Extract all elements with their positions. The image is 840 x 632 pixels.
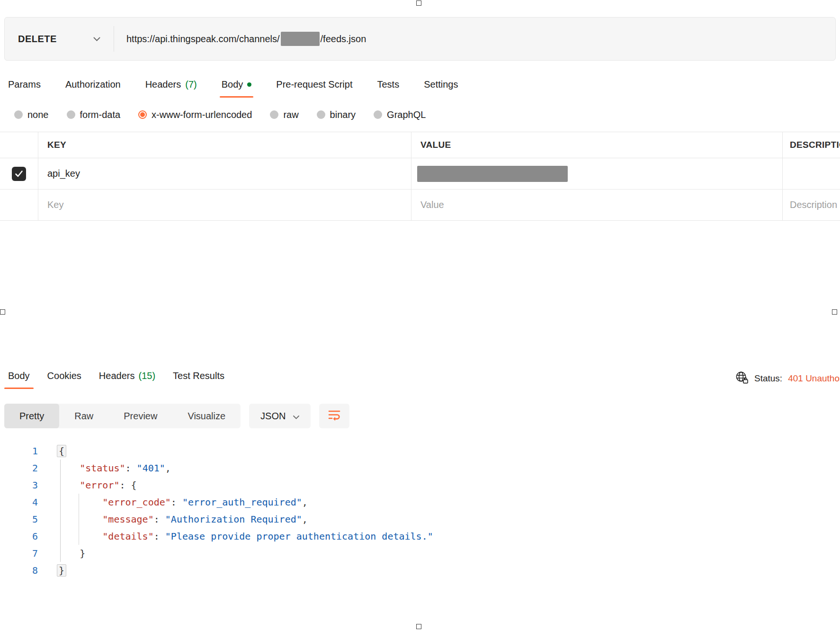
key-text: api_key xyxy=(47,168,80,179)
tab-label: Params xyxy=(8,79,41,90)
response-view-group: Pretty Raw Preview Visualize xyxy=(4,404,241,428)
description-cell[interactable] xyxy=(783,190,840,220)
value-input[interactable] xyxy=(420,199,782,210)
url-suffix: /feeds.json xyxy=(321,34,366,45)
crop-handle-bottom xyxy=(416,624,421,629)
key-input[interactable] xyxy=(47,199,411,210)
code-line: 3 "error": { xyxy=(0,477,840,494)
tab-settings[interactable]: Settings xyxy=(424,77,458,98)
header-checkbox-cell xyxy=(0,132,38,158)
table-header-row: KEY VALUE DESCRIPTION xyxy=(0,132,840,158)
key-cell[interactable] xyxy=(38,190,411,220)
line-number: 4 xyxy=(0,494,38,511)
response-tab-headers[interactable]: Headers (15) xyxy=(99,370,155,389)
code-line: 4 "error_code": "error_auth_required", xyxy=(0,494,840,511)
method-dropdown[interactable]: DELETE xyxy=(5,18,114,60)
tab-label: Pre-request Script xyxy=(276,79,352,90)
description-input[interactable] xyxy=(790,199,840,210)
key-cell[interactable]: api_key xyxy=(38,158,411,189)
mode-label: x-www-form-urlencoded xyxy=(152,109,252,120)
radio-icon xyxy=(67,110,75,119)
tab-headers[interactable]: Headers (7) xyxy=(145,77,197,98)
tab-body[interactable]: Body xyxy=(222,77,252,98)
tab-label: Test Results xyxy=(173,370,224,381)
crop-handle-right xyxy=(832,309,837,315)
mode-label: none xyxy=(27,109,49,120)
fold-guide-line xyxy=(60,460,61,562)
tab-label: Settings xyxy=(424,79,458,90)
response-tab-body[interactable]: Body xyxy=(8,370,30,389)
line-number: 2 xyxy=(0,460,38,477)
row-checkbox-cell xyxy=(0,190,38,220)
line-number: 3 xyxy=(0,477,38,494)
mode-none[interactable]: none xyxy=(14,109,49,120)
format-dropdown[interactable]: JSON xyxy=(249,404,311,428)
mode-form-data[interactable]: form-data xyxy=(67,109,121,120)
wrap-lines-button[interactable] xyxy=(319,404,349,428)
radio-selected-icon xyxy=(138,110,147,119)
response-headers-count-badge: (15) xyxy=(138,370,155,381)
urlencoded-params-table: KEY VALUE DESCRIPTION api_key xyxy=(0,132,840,221)
crop-handle-top xyxy=(416,0,421,6)
code-line: 8} xyxy=(0,562,840,579)
mode-label: GraphQL xyxy=(387,109,426,120)
tab-authorization[interactable]: Authorization xyxy=(65,77,121,98)
redacted-api-key-value xyxy=(417,166,568,182)
chevron-down-icon xyxy=(93,35,100,43)
mode-raw[interactable]: raw xyxy=(270,109,298,120)
radio-icon xyxy=(270,110,278,119)
body-content-dot-icon xyxy=(247,82,251,87)
code-line: 5 "message": "Authorization Required", xyxy=(0,511,840,528)
view-tab-raw[interactable]: Raw xyxy=(59,404,108,428)
mode-x-www-form-urlencoded[interactable]: x-www-form-urlencoded xyxy=(138,109,252,120)
response-tab-cookies[interactable]: Cookies xyxy=(47,370,81,389)
request-tabs: Params Authorization Headers (7) Body Pr… xyxy=(8,77,458,98)
indent-guide-line xyxy=(79,494,79,545)
wrap-lines-icon xyxy=(327,409,341,424)
response-status-area: Status: 401 Unauthorized xyxy=(735,370,840,387)
value-cell[interactable] xyxy=(411,158,783,189)
url-prefix: https://api.thingspeak.com/channels/ xyxy=(126,34,280,45)
globe-lock-icon[interactable] xyxy=(735,370,749,387)
radio-icon xyxy=(317,110,325,119)
table-empty-row xyxy=(0,190,840,221)
line-number: 5 xyxy=(0,511,38,528)
radio-icon xyxy=(14,110,23,119)
view-tab-pretty[interactable]: Pretty xyxy=(4,404,59,428)
response-tab-test-results[interactable]: Test Results xyxy=(173,370,224,389)
row-checkbox-cell xyxy=(0,158,38,189)
mode-binary[interactable]: binary xyxy=(317,109,356,120)
tab-label: Headers xyxy=(99,370,135,381)
mode-graphql[interactable]: GraphQL xyxy=(374,109,426,120)
row-checkbox-checked[interactable] xyxy=(12,167,26,181)
tab-label: Headers xyxy=(145,79,181,90)
description-cell[interactable] xyxy=(783,158,840,189)
col-description-header: DESCRIPTION xyxy=(783,132,840,158)
tab-pre-request-script[interactable]: Pre-request Script xyxy=(276,77,352,98)
radio-icon xyxy=(374,110,382,119)
status-label: Status: xyxy=(754,373,782,384)
tab-label: Body xyxy=(222,79,243,90)
body-mode-radios: none form-data x-www-form-urlencoded raw… xyxy=(14,107,426,122)
tab-label: Authorization xyxy=(65,79,121,90)
tab-tests[interactable]: Tests xyxy=(377,77,399,98)
value-cell[interactable] xyxy=(411,190,783,220)
response-toolbar: Pretty Raw Preview Visualize JSON xyxy=(4,404,349,428)
view-tab-preview[interactable]: Preview xyxy=(108,404,172,428)
line-number: 7 xyxy=(0,545,38,562)
method-label: DELETE xyxy=(18,34,57,45)
status-value: 401 Unauthorized xyxy=(788,373,840,384)
tab-label: Body xyxy=(8,370,30,381)
url-input[interactable]: https://api.thingspeak.com/channels/ /fe… xyxy=(126,32,366,46)
view-tab-visualize[interactable]: Visualize xyxy=(172,404,241,428)
code-line: 1{ xyxy=(0,442,840,460)
crop-handle-left xyxy=(0,309,5,315)
mode-label: binary xyxy=(330,109,356,120)
tab-label: Cookies xyxy=(47,370,81,381)
tab-params[interactable]: Params xyxy=(8,77,41,98)
redacted-channel-id xyxy=(281,32,320,46)
mode-label: form-data xyxy=(80,109,121,120)
mode-label: raw xyxy=(283,109,298,120)
response-code: 1{2 "status": "401",3 "error": {4 "error… xyxy=(0,442,840,579)
line-number: 6 xyxy=(0,528,38,545)
